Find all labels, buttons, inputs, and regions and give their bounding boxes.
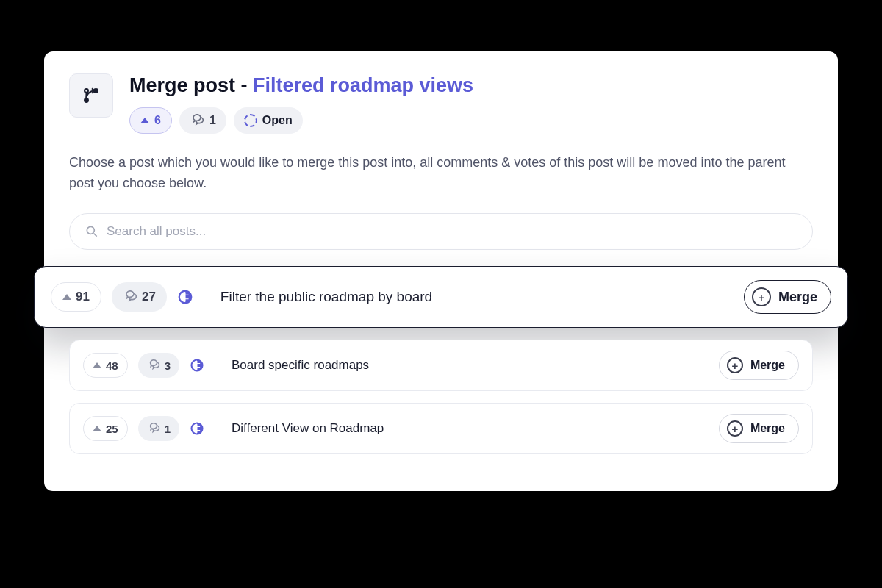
merge-button[interactable]: + Merge	[744, 280, 831, 314]
comments-count: 1	[165, 423, 171, 435]
status-label: Open	[262, 114, 293, 127]
svg-point-3	[87, 227, 94, 234]
merge-icon	[69, 74, 113, 118]
divider	[218, 354, 218, 376]
post-meta: 6 1 Open	[129, 107, 813, 134]
status-indicator-icon	[177, 289, 193, 305]
comments-icon	[190, 113, 204, 128]
status-indicator-icon	[190, 421, 204, 436]
merge-button[interactable]: + Merge	[719, 351, 799, 380]
comments-pill[interactable]: 3	[138, 353, 179, 378]
upvote-icon	[93, 362, 101, 368]
title-block: Merge post - Filtered roadmap views 6 1	[129, 74, 813, 134]
plus-icon: +	[727, 420, 743, 437]
svg-point-0	[85, 98, 88, 102]
search-icon	[85, 224, 99, 239]
upvote-pill[interactable]: 91	[51, 282, 101, 312]
upvote-pill[interactable]: 6	[129, 107, 172, 134]
comments-count: 27	[142, 290, 156, 304]
svg-point-1	[85, 89, 88, 93]
search-input[interactable]	[107, 224, 797, 239]
comments-pill[interactable]: 1	[179, 107, 226, 134]
merge-label: Merge	[750, 359, 785, 372]
comments-count: 3	[165, 359, 171, 372]
result-title: Board specific roadmaps	[232, 358, 709, 373]
upvote-count: 25	[106, 423, 118, 435]
upvote-icon	[140, 118, 149, 123]
dialog-title: Merge post - Filtered roadmap views	[129, 74, 813, 97]
upvote-count: 48	[106, 359, 118, 372]
comments-icon	[123, 290, 137, 304]
comments-icon	[147, 359, 160, 372]
post-name-link[interactable]: Filtered roadmap views	[253, 74, 473, 96]
comments-icon	[147, 422, 160, 435]
plus-icon: +	[752, 287, 771, 306]
plus-icon: +	[727, 357, 743, 373]
status-pill[interactable]: Open	[234, 107, 303, 134]
upvote-icon	[62, 294, 71, 300]
upvote-count: 6	[154, 114, 161, 127]
divider	[207, 284, 207, 310]
status-open-icon	[244, 114, 257, 127]
upvote-count: 91	[76, 290, 90, 304]
title-prefix: Merge post -	[129, 74, 253, 96]
dialog-description: Choose a post which you would like to me…	[69, 153, 813, 194]
result-row[interactable]: 91 27 Filter the public roadmap by board…	[34, 266, 848, 328]
upvote-pill[interactable]: 25	[83, 416, 128, 441]
dialog-header: Merge post - Filtered roadmap views 6 1	[69, 74, 813, 134]
status-indicator-icon	[190, 358, 204, 373]
search-box[interactable]	[69, 213, 813, 250]
comments-pill[interactable]: 27	[112, 282, 167, 312]
upvote-icon	[93, 426, 101, 431]
merge-label: Merge	[778, 290, 817, 305]
result-row[interactable]: 48 3 Board specific roadmaps + Merge	[69, 340, 813, 391]
merge-button[interactable]: + Merge	[719, 414, 799, 443]
result-title: Filter the public roadmap by board	[220, 289, 734, 305]
merge-label: Merge	[750, 422, 785, 435]
upvote-pill[interactable]: 48	[83, 353, 128, 378]
result-title: Different View on Roadmap	[232, 421, 709, 436]
result-row[interactable]: 25 1 Different View on Roadmap + Merge	[69, 403, 813, 454]
merge-post-dialog: Merge post - Filtered roadmap views 6 1	[44, 51, 838, 491]
divider	[218, 417, 218, 440]
comments-count: 1	[209, 114, 216, 127]
comments-pill[interactable]: 1	[138, 416, 179, 441]
